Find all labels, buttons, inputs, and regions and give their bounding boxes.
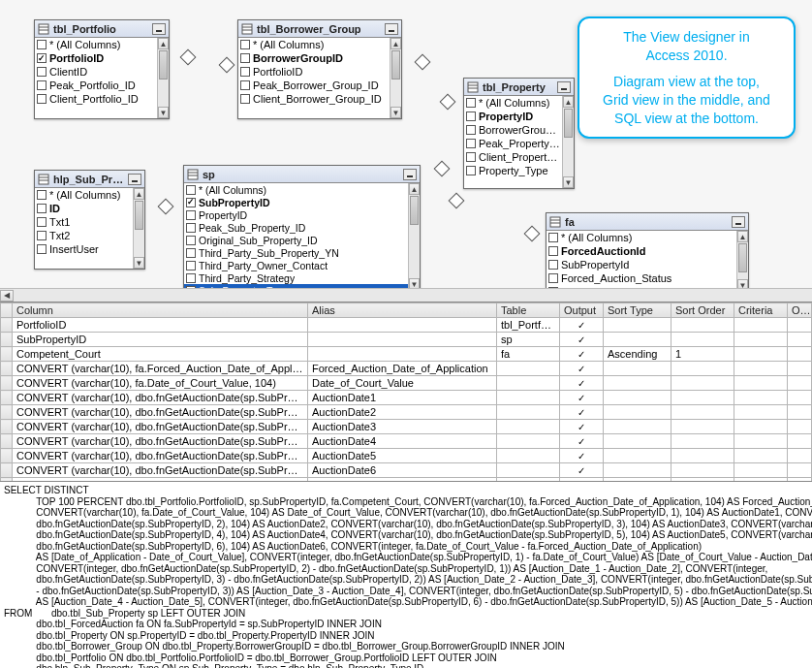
cell-table[interactable] bbox=[497, 376, 560, 391]
column-row[interactable]: ForcedAuctionId bbox=[547, 244, 736, 258]
cell-criteria[interactable] bbox=[734, 463, 788, 478]
cell-alias[interactable]: AuctionDate2 bbox=[308, 405, 497, 420]
minimize-icon[interactable] bbox=[385, 23, 398, 35]
column-checkbox[interactable] bbox=[548, 273, 558, 283]
cell-sort-order[interactable] bbox=[671, 449, 734, 463]
column-row[interactable]: * (All Columns) bbox=[464, 96, 562, 110]
scrollbar[interactable]: ▲▼ bbox=[562, 96, 574, 188]
table-titlebar[interactable]: tbl_Portfolio bbox=[35, 20, 169, 38]
cell-alias[interactable]: AuctionDate6 bbox=[308, 463, 497, 478]
grid-row[interactable]: CONVERT (varchar(10), dbo.fnGetAuctionDa… bbox=[1, 405, 812, 420]
minimize-icon[interactable] bbox=[152, 23, 166, 35]
column-row[interactable]: PortfolioID bbox=[35, 51, 157, 65]
cell-output[interactable] bbox=[560, 376, 604, 391]
cell-or[interactable] bbox=[788, 391, 812, 405]
cell-table[interactable] bbox=[497, 449, 560, 463]
column-row[interactable]: Txt1 bbox=[35, 215, 133, 229]
cell-sort-order[interactable] bbox=[671, 376, 734, 391]
cell-or[interactable] bbox=[788, 318, 812, 333]
cell-table[interactable] bbox=[497, 434, 560, 449]
column-row[interactable]: SubPropertyID bbox=[184, 196, 408, 208]
cell-output[interactable] bbox=[560, 405, 604, 420]
column-checkbox[interactable] bbox=[37, 244, 47, 254]
grid-row[interactable]: CONVERT (varchar(10), dbo.fnGetAuctionDa… bbox=[1, 391, 812, 405]
column-row[interactable]: Forced_Auction_Status bbox=[547, 271, 736, 285]
col-header-sort-type[interactable]: Sort Type bbox=[604, 303, 671, 318]
row-selector[interactable] bbox=[1, 420, 13, 434]
scroll-up-icon[interactable]: ▲ bbox=[409, 183, 420, 195]
cell-column[interactable]: CONVERT (varchar(10), dbo.fnGetAuctionDa… bbox=[13, 434, 308, 449]
cell-column[interactable]: Competent_Court bbox=[13, 347, 308, 362]
diagram-pane[interactable]: tbl_Portfolio * (All Columns)PortfolioID… bbox=[0, 0, 812, 302]
column-row[interactable]: * (All Columns) bbox=[547, 231, 736, 244]
column-row[interactable]: * (All Columns) bbox=[35, 188, 133, 202]
column-row[interactable]: PortfolioID bbox=[238, 65, 390, 79]
cell-criteria[interactable] bbox=[734, 391, 788, 405]
column-checkbox[interactable] bbox=[240, 94, 250, 104]
col-header-table[interactable]: Table bbox=[497, 303, 560, 318]
column-checkbox[interactable] bbox=[37, 53, 47, 63]
join-icon[interactable] bbox=[448, 192, 465, 209]
cell-table[interactable]: sp bbox=[497, 333, 560, 347]
cell-criteria[interactable] bbox=[734, 449, 788, 463]
grid-row[interactable]: CONVERT (varchar(10), dbo.fnGetAuctionDa… bbox=[1, 434, 812, 449]
cell-output[interactable] bbox=[560, 391, 604, 405]
cell-or[interactable] bbox=[788, 333, 812, 347]
scroll-down-icon[interactable]: ▼ bbox=[390, 107, 401, 118]
column-checkbox[interactable] bbox=[240, 67, 250, 77]
cell-output[interactable] bbox=[560, 449, 604, 463]
scroll-thumb[interactable] bbox=[135, 201, 143, 230]
scrollbar[interactable]: ▲▼ bbox=[390, 38, 401, 118]
join-icon[interactable] bbox=[218, 56, 235, 74]
column-checkbox[interactable] bbox=[186, 236, 196, 245]
criteria-grid[interactable]: Column Alias Table Output Sort Type Sort… bbox=[0, 302, 812, 481]
column-checkbox[interactable] bbox=[548, 233, 558, 242]
minimize-icon[interactable] bbox=[128, 174, 141, 185]
column-row[interactable]: ID bbox=[35, 202, 133, 215]
scroll-thumb[interactable] bbox=[410, 196, 419, 225]
cell-output[interactable] bbox=[560, 362, 604, 376]
row-selector[interactable] bbox=[1, 449, 13, 463]
scroll-down-icon[interactable]: ▼ bbox=[563, 176, 574, 188]
column-checkbox[interactable] bbox=[186, 210, 196, 220]
col-header-sort-order[interactable]: Sort Order bbox=[671, 303, 734, 318]
cell-or[interactable] bbox=[788, 420, 812, 434]
grid-row[interactable]: CONVERT (varchar(10), dbo.fnGetAuctionDa… bbox=[1, 420, 812, 434]
table-titlebar[interactable]: hlp_Sub_Pro... bbox=[35, 171, 144, 188]
join-icon[interactable] bbox=[439, 93, 456, 111]
column-checkbox[interactable] bbox=[186, 273, 196, 283]
column-row[interactable]: Original_Sub_Property_ID bbox=[184, 234, 408, 246]
grid-row[interactable]: Competent_CourtfaAscending1 bbox=[1, 347, 812, 362]
column-checkbox[interactable] bbox=[37, 80, 47, 90]
minimize-icon[interactable] bbox=[557, 81, 571, 93]
cell-criteria[interactable] bbox=[734, 318, 788, 333]
row-selector[interactable] bbox=[1, 362, 13, 376]
cell-or[interactable] bbox=[788, 434, 812, 449]
scroll-thumb[interactable] bbox=[391, 50, 400, 80]
column-row[interactable]: Peak_Portfolio_ID bbox=[35, 79, 157, 92]
column-checkbox[interactable] bbox=[186, 248, 196, 258]
column-checkbox[interactable] bbox=[466, 98, 476, 108]
scroll-left-icon[interactable]: ◀ bbox=[0, 290, 14, 302]
cell-alias[interactable] bbox=[308, 333, 497, 347]
cell-criteria[interactable] bbox=[734, 376, 788, 391]
cell-criteria[interactable] bbox=[734, 362, 788, 376]
column-checkbox[interactable] bbox=[186, 223, 196, 233]
scroll-up-icon[interactable]: ▲ bbox=[158, 38, 169, 49]
cell-table[interactable]: fa bbox=[497, 347, 560, 362]
minimize-icon[interactable] bbox=[403, 169, 417, 180]
column-checkbox[interactable] bbox=[37, 190, 47, 200]
cell-output[interactable] bbox=[560, 420, 604, 434]
column-checkbox[interactable] bbox=[466, 139, 476, 148]
cell-sort-order[interactable] bbox=[671, 333, 734, 347]
cell-or[interactable] bbox=[788, 405, 812, 420]
join-icon[interactable] bbox=[157, 198, 174, 215]
diagram-hscroll[interactable]: ◀ bbox=[0, 288, 812, 302]
column-checkbox[interactable] bbox=[240, 80, 250, 90]
cell-sort-type[interactable] bbox=[604, 405, 671, 420]
row-selector[interactable] bbox=[1, 405, 13, 420]
column-checkbox[interactable] bbox=[37, 67, 47, 77]
cell-alias[interactable]: AuctionDate4 bbox=[308, 434, 497, 449]
column-checkbox[interactable] bbox=[466, 152, 476, 162]
table-titlebar[interactable]: tbl_Borrower_Group bbox=[238, 20, 401, 38]
